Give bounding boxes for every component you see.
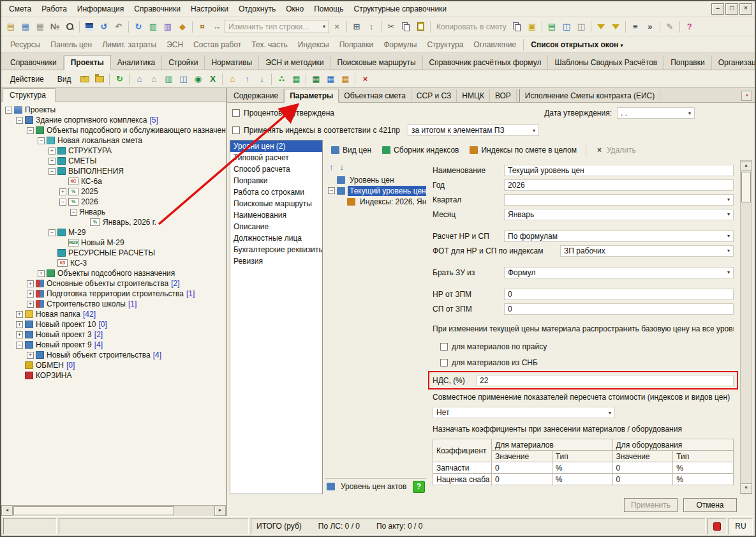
- chart-icon[interactable]: ▥: [161, 72, 175, 86]
- menu-item[interactable]: Помощь: [309, 3, 348, 15]
- panel-link[interactable]: ЭСН: [161, 39, 188, 50]
- name-input[interactable]: [504, 165, 734, 176]
- main-tab[interactable]: Шаблоны Сводных Расчётов: [548, 56, 664, 70]
- new-estimate-icon[interactable]: ▤: [4, 20, 18, 34]
- move-level-up-icon[interactable]: ↑: [329, 162, 334, 172]
- pin-icon[interactable]: ▪: [741, 91, 752, 101]
- parameter-section-item[interactable]: Ревизия: [230, 255, 322, 267]
- excel-export-icon[interactable]: X: [205, 72, 219, 86]
- normative-base-icon[interactable]: ▥: [146, 20, 160, 34]
- green-book-icon[interactable]: ▤: [545, 20, 559, 34]
- menu-item[interactable]: Информация: [72, 3, 129, 15]
- tree-item[interactable]: +Новая папка[42]: [1, 309, 226, 319]
- main-tab[interactable]: Проекты: [64, 55, 111, 70]
- copy-to-estimate-icon[interactable]: [510, 20, 524, 34]
- delete-object-icon[interactable]: ×: [358, 72, 372, 86]
- tree-expand-minus-icon[interactable]: −: [16, 117, 23, 124]
- scrollbar-thumb[interactable]: [741, 172, 751, 202]
- indices-mode-combo[interactable]: за итогом к элементам ПЗ ▾: [408, 125, 539, 136]
- table-cell[interactable]: 0: [612, 462, 673, 474]
- main-tab[interactable]: Нормативы: [205, 56, 259, 70]
- context-help-icon[interactable]: ?: [683, 20, 697, 34]
- outline-list-icon[interactable]: ≡: [628, 20, 642, 34]
- acts-price-level-button[interactable]: Уровень цен актов: [341, 482, 406, 491]
- menu-item[interactable]: Окно: [281, 3, 309, 15]
- tree-item[interactable]: −М-29: [1, 227, 226, 238]
- nrsp-combo[interactable]: По формулам ▾: [504, 231, 734, 242]
- delete-level-button[interactable]: ×Удалить: [591, 144, 641, 156]
- paste-icon[interactable]: [413, 20, 427, 34]
- move-level-down-icon[interactable]: ↓: [340, 162, 345, 172]
- nr-zpm-input[interactable]: [504, 289, 734, 300]
- main-tab[interactable]: Справочник расчётных формул: [423, 56, 549, 70]
- tree-item[interactable]: +Новый объект строительства[4]: [1, 350, 226, 360]
- tree-expand-plus-icon[interactable]: +: [48, 147, 56, 155]
- panel-link[interactable]: Индексы: [293, 39, 334, 50]
- exchange-rows-icon[interactable]: ↔: [210, 20, 224, 34]
- tree-item[interactable]: +Новый проект 10[0]: [1, 319, 226, 329]
- help-icon[interactable]: ?: [413, 481, 425, 493]
- parameter-section-item[interactable]: Уровни цен (2): [230, 140, 322, 152]
- folder-up-icon[interactable]: [78, 72, 92, 86]
- scrollbar-thumb[interactable]: [13, 506, 174, 515]
- copy-icon[interactable]: [399, 20, 413, 34]
- action-menu[interactable]: Действие: [4, 73, 50, 86]
- open-windows-menu[interactable]: Список открытых окон▾: [526, 39, 628, 50]
- panel-link[interactable]: Оглавление: [468, 39, 521, 50]
- price-level-2-icon[interactable]: ▦: [323, 72, 337, 86]
- cancel-button[interactable]: Отмена: [683, 498, 737, 512]
- panel-link[interactable]: Ресурсы: [5, 39, 45, 50]
- tree-expand-minus-icon[interactable]: −: [328, 187, 335, 194]
- tree-item[interactable]: +СМЕТЫ: [1, 156, 226, 166]
- main-tab[interactable]: Поисковые маршруты: [331, 56, 423, 70]
- parameter-section-item[interactable]: Описание: [230, 221, 322, 232]
- document-tab[interactable]: ССР и СЗ: [411, 89, 457, 102]
- export-table-icon[interactable]: ◫: [574, 20, 588, 34]
- tree-item[interactable]: −Январь: [1, 207, 226, 217]
- price-level-3-icon[interactable]: ▦: [338, 72, 352, 86]
- panel-link[interactable]: Структура: [422, 39, 468, 50]
- clear-row-type-icon[interactable]: ×: [330, 20, 344, 34]
- materials-snb-checkbox[interactable]: [440, 359, 448, 367]
- main-tab[interactable]: Организации: [712, 56, 756, 70]
- panel-link[interactable]: Панель цен: [45, 39, 97, 50]
- minimize-button[interactable]: –: [711, 3, 724, 15]
- tree-item[interactable]: +Строительство школы[1]: [1, 299, 226, 309]
- tree-expand-plus-icon[interactable]: +: [27, 280, 34, 287]
- price-book-icon[interactable]: ▥: [161, 20, 175, 34]
- table-cell[interactable]: 0: [492, 474, 552, 485]
- table-cell[interactable]: 0: [492, 462, 552, 474]
- tree-item[interactable]: М29Новый М-29: [1, 238, 226, 248]
- tag-icon[interactable]: ◆: [175, 20, 189, 34]
- menu-item[interactable]: Отдохнуть: [233, 3, 281, 15]
- tree-item[interactable]: +Объекты подсобного назначения: [1, 268, 226, 278]
- tree-item[interactable]: −Новый проект 9[4]: [1, 340, 226, 350]
- approval-date-combo[interactable]: . . ▾: [617, 107, 695, 119]
- add-object-icon[interactable]: ⌂: [225, 72, 239, 86]
- tree-expand-minus-icon[interactable]: −: [48, 168, 56, 175]
- scroll-left-icon[interactable]: ◄: [1, 506, 13, 516]
- refresh-tree-icon[interactable]: ↻: [112, 72, 126, 86]
- main-tab[interactable]: Аналитика: [111, 56, 162, 70]
- nds-input[interactable]: [476, 375, 734, 386]
- fot-combo[interactable]: ЗП рабочих ▾: [560, 245, 734, 257]
- panel-link[interactable]: Лимит. затраты: [97, 39, 161, 50]
- tree-expand-plus-icon[interactable]: +: [27, 301, 34, 308]
- paste-special-icon[interactable]: ▣: [525, 20, 539, 34]
- document-tab[interactable]: НМЦК: [457, 89, 490, 102]
- tree-expand-minus-icon[interactable]: −: [59, 199, 66, 206]
- estimate-indexes-button[interactable]: Индексы по смете в целом: [465, 144, 581, 156]
- menu-item[interactable]: Структурные справочники: [348, 3, 452, 15]
- table-cell[interactable]: %: [552, 462, 612, 474]
- undo-icon[interactable]: ↺: [97, 20, 111, 34]
- tree-expand-plus-icon[interactable]: +: [16, 321, 23, 328]
- parameter-section-item[interactable]: Типовой расчет: [230, 152, 322, 163]
- tree-item[interactable]: РЕСУРСНЫЕ РАСЧЕТЫ: [1, 248, 226, 258]
- tree-item[interactable]: +Основные объекты строительства[2]: [1, 278, 226, 289]
- tree-expand-plus-icon[interactable]: +: [38, 270, 45, 277]
- tree-item[interactable]: −Объекты подсобного и обслуживающего наз…: [1, 125, 226, 135]
- main-tab[interactable]: Стройки: [162, 56, 205, 70]
- tree-item[interactable]: −ВЫПОЛНЕНИЯ: [1, 166, 226, 176]
- redo-icon[interactable]: ↶: [112, 20, 126, 34]
- tree-item[interactable]: КОРЗИНА: [1, 370, 226, 381]
